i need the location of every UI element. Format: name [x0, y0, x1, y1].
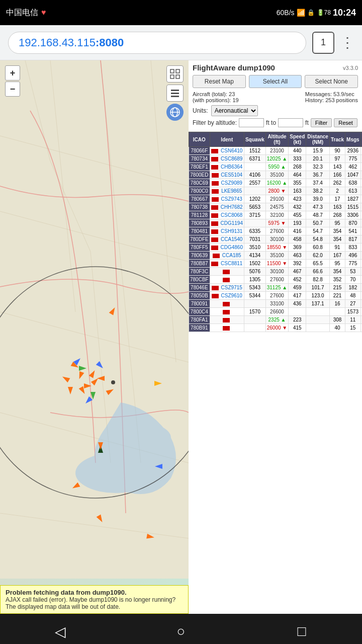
- icao-cell: 780B87: [189, 260, 210, 268]
- nav-back-btn[interactable]: ◁: [48, 619, 73, 644]
- ident-cell[interactable]: CDG1194: [210, 219, 244, 227]
- nav-recent-btn[interactable]: □: [289, 619, 314, 644]
- ident-cell[interactable]: [210, 276, 244, 284]
- flight-table: ICAO Ident Squawk Altitude(ft) Speed(kt)…: [189, 132, 362, 332]
- map-grid-btn[interactable]: [166, 65, 184, 83]
- table-row[interactable]: 7800ED CES5104 4106 35100 464 36.7 166 1…: [189, 171, 363, 179]
- stats-row: Aircraft (total): 23 (with positions): 1…: [193, 91, 358, 103]
- icao-cell: 7800C0: [189, 187, 210, 195]
- squawk-cell: 6371: [244, 155, 265, 163]
- table-row[interactable]: 780B91 26000 ▼ 415 40 15 9: [189, 324, 363, 332]
- ident-cell[interactable]: CSZ9089: [210, 179, 244, 187]
- table-row[interactable]: 780CBF 1305 27600 452 82.8 352 70 5: [189, 276, 363, 284]
- table-row[interactable]: 780738 CHH7682 5653 24575 432 47.3 163 1…: [189, 203, 363, 211]
- ident-cell[interactable]: CHH7682: [210, 203, 244, 211]
- fa-version: v3.3.0: [343, 65, 358, 71]
- ident-cell[interactable]: CSC8068: [210, 211, 244, 219]
- table-row[interactable]: 780F3C 5076 30100 467 66.6 354 53 4: [189, 268, 363, 276]
- tab-count-btn[interactable]: 1: [312, 32, 334, 54]
- table-row[interactable]: 78050B CSZ9610 5344 27600 417 123.0 221 …: [189, 292, 363, 300]
- table-row[interactable]: 780734 CSC8689 6371 12025 ▲ 333 20.1 97 …: [189, 155, 363, 163]
- track-cell: 308: [329, 316, 345, 324]
- squawk-cell: 5343: [244, 284, 265, 292]
- ident-cell[interactable]: CHB6364: [210, 163, 244, 171]
- ident-cell[interactable]: [210, 308, 244, 316]
- map-area[interactable]: + −: [0, 60, 189, 614]
- table-row[interactable]: 780DFE CCA1540 7031 30100 458 54.8 354 8…: [189, 235, 363, 244]
- table-row[interactable]: 780C69 CSZ9089 2557 16200 ▲ 355 37.4 262…: [189, 179, 363, 187]
- ident-cell[interactable]: [210, 268, 244, 276]
- url-input[interactable]: 192.168.43.115:8080: [8, 32, 306, 54]
- table-row[interactable]: 780B87 CSC8811 1502 11500 ▼ 392 65.5 95 …: [189, 260, 363, 268]
- table-row[interactable]: 780639 CCA185 4134 35100 463 62.0 167 49…: [189, 252, 363, 260]
- ident-cell[interactable]: CSZ9715: [210, 284, 244, 292]
- distance-cell: 62.0: [306, 252, 330, 260]
- zoom-in-btn[interactable]: +: [5, 65, 20, 80]
- ident-cell[interactable]: CES5104: [210, 171, 244, 179]
- altitude-cell: 32100: [265, 211, 289, 219]
- svg-rect-42: [176, 69, 179, 73]
- filter-apply-btn[interactable]: Filter: [311, 118, 332, 127]
- zoom-out-btn[interactable]: −: [5, 82, 20, 97]
- select-all-btn[interactable]: Select All: [249, 75, 302, 88]
- ident-cell[interactable]: CSC8689: [210, 155, 244, 163]
- ident-cell[interactable]: CSN6410: [210, 147, 244, 155]
- units-select[interactable]: Aeronautical Metric Imperial: [211, 105, 258, 116]
- heart-icon: ♥: [41, 8, 46, 17]
- ident-cell[interactable]: CSZ9743: [210, 195, 244, 203]
- speed-cell: 355: [289, 179, 306, 187]
- icao-cell: 780667: [189, 195, 210, 203]
- ident-cell[interactable]: CSC8811: [210, 260, 244, 268]
- msgs-cell: 48: [345, 292, 361, 300]
- table-row[interactable]: 780091 33100 436 137.1 16 27 3: [189, 300, 363, 308]
- table-row[interactable]: 7800C4 1570 26600 1573 0: [189, 308, 363, 316]
- table-row[interactable]: 78046E CSZ9715 5343 31125 ▲ 459 101.7 21…: [189, 284, 363, 292]
- table-row[interactable]: 78066F CSN6410 1512 23100 440 15.9 90 29…: [189, 147, 363, 155]
- icao-cell: 780738: [189, 203, 210, 211]
- fa-title: FlightAware dump1090: [193, 63, 275, 72]
- map-layer-btn[interactable]: [166, 85, 184, 102]
- filter-reset-btn[interactable]: Reset: [334, 118, 357, 127]
- distance-cell: 47.3: [306, 203, 330, 211]
- msgs-cell: 70: [345, 276, 361, 284]
- ident-cell[interactable]: [210, 324, 244, 332]
- nav-home-btn[interactable]: ○: [168, 619, 194, 644]
- squawk-cell: 5076: [244, 268, 265, 276]
- table-row[interactable]: 780481 CSH9131 6335 27600 416 54.7 354 5…: [189, 227, 363, 235]
- track-cell: [329, 308, 345, 316]
- table-row[interactable]: 780FA1 2325 ▲ 223 308 11 11: [189, 316, 363, 324]
- ident-cell[interactable]: CSZ9610: [210, 292, 244, 300]
- ident-cell[interactable]: LKE9865: [210, 187, 244, 195]
- icao-cell: 780893: [189, 219, 210, 227]
- table-row[interactable]: 780FF5 CDG4860 3510 18550 ▼ 369 60.8 91 …: [189, 244, 363, 252]
- port-text: :8080: [96, 36, 124, 49]
- ident-cell[interactable]: CCA1540: [210, 235, 244, 244]
- select-none-btn[interactable]: Select None: [305, 75, 358, 88]
- battery-icon: 🔋78: [317, 9, 331, 16]
- ident-cell[interactable]: CSH9131: [210, 227, 244, 235]
- ident-cell[interactable]: [210, 300, 244, 308]
- col-ident: Ident: [210, 132, 244, 147]
- table-row[interactable]: 780667 CSZ9743 1202 29100 423 39.0 17 18…: [189, 195, 363, 203]
- table-row[interactable]: 781128 CSC8068 3715 32100 455 48.7 268 3…: [189, 211, 363, 219]
- icao-cell: 780734: [189, 155, 210, 163]
- filter-alt-min[interactable]: [239, 118, 264, 127]
- distance-cell: 82.8: [306, 276, 330, 284]
- altitude-cell: 5975 ▼: [265, 219, 289, 227]
- ident-cell[interactable]: CCA185: [210, 252, 244, 260]
- globe-btn[interactable]: [166, 104, 184, 121]
- table-row[interactable]: 780EF1 CHB6364 5950 ▲ 268 32.3 143 462 0: [189, 163, 363, 171]
- ident-cell[interactable]: CDG4860: [210, 244, 244, 252]
- flight-table-container[interactable]: ICAO Ident Squawk Altitude(ft) Speed(kt)…: [189, 132, 362, 332]
- altitude-cell: 30100: [265, 268, 289, 276]
- msgs-cell: 53: [345, 268, 361, 276]
- browser-menu-btn[interactable]: ⋮: [340, 34, 354, 51]
- filter-alt-max[interactable]: [278, 118, 303, 127]
- units-row: Units: Aeronautical Metric Imperial: [193, 105, 358, 116]
- table-row[interactable]: 780893 CDG1194 5975 ▼ 193 50.7 95 870 39: [189, 219, 363, 227]
- col-icao: ICAO: [189, 132, 210, 147]
- table-row[interactable]: 7800C0 LKE9865 2800 ▼ 163 38.2 2 613 7: [189, 187, 363, 195]
- reset-map-btn[interactable]: Reset Map: [193, 75, 246, 88]
- ident-cell[interactable]: [210, 316, 244, 324]
- icao-cell: 780481: [189, 227, 210, 235]
